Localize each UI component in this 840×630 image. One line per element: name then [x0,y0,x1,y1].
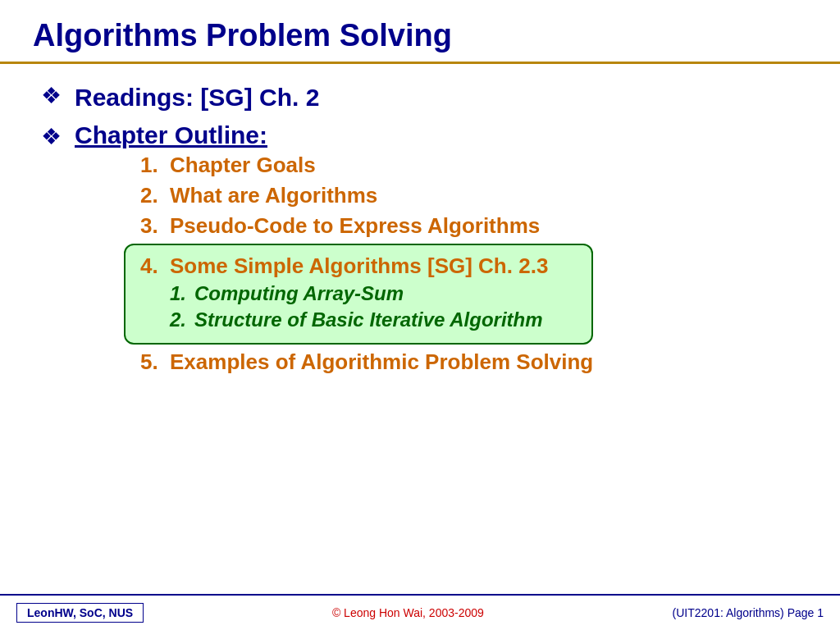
outline-num-1: 1. [140,153,170,178]
footer-right: (UIT2201: Algorithms) Page 1 [673,606,824,619]
header: Algorithms Problem Solving [0,0,840,64]
page-title: Algorithms Problem Solving [33,18,807,53]
outline-item-4: 4. Some Simple Algorithms [SG] Ch. 2.3 [140,253,577,279]
content-area: ❖ Readings: [SG] Ch. 2 ❖ Chapter Outline… [0,64,840,398]
outline-section: Chapter Outline: 1. Chapter Goals 2. Wha… [75,121,593,380]
sub-text-1: Computing Array-Sum [194,282,404,305]
sub-num-1: 1. [170,282,194,305]
sub-num-2: 2. [170,308,194,331]
outline-text-4: Some Simple Algorithms [SG] Ch. 2.3 [170,253,548,279]
outline-text-2: What are Algorithms [170,183,377,208]
outline-item-1: 1. Chapter Goals [140,153,593,178]
diamond-icon-1: ❖ [41,82,62,109]
sub-item-2: 2. Structure of Basic Iterative Algorith… [170,308,577,331]
slide: Algorithms Problem Solving ❖ Readings: [… [0,0,840,630]
outline-label: Chapter Outline: [75,118,267,148]
sub-item-1: 1. Computing Array-Sum [170,282,577,305]
outline-text-5: Examples of Algorithmic Problem Solving [170,349,593,375]
outline-text-1: Chapter Goals [170,153,316,178]
outline-list: 1. Chapter Goals 2. What are Algorithms … [140,153,593,239]
outline-num-2: 2. [140,183,170,208]
outline-num-4: 4. [140,253,170,279]
footer-center: © Leong Hon Wai, 2003-2009 [332,606,484,619]
footer-left: LeonHW, SoC, NUS [16,603,144,623]
footer: LeonHW, SoC, NUS © Leong Hon Wai, 2003-2… [0,594,840,630]
outline-bullet: ❖ Chapter Outline: 1. Chapter Goals 2. W… [41,121,799,380]
readings-text: Readings: [SG] Ch. 2 [75,80,319,112]
outline-item-2: 2. What are Algorithms [140,183,593,208]
readings-bullet: ❖ Readings: [SG] Ch. 2 [41,80,799,112]
outline-item-5: 5. Examples of Algorithmic Problem Solvi… [140,349,593,375]
sub-text-2: Structure of Basic Iterative Algorithm [194,308,543,331]
outline-num-5: 5. [140,349,170,375]
outline-text-3: Pseudo-Code to Express Algorithms [170,213,540,239]
outline-item-3: 3. Pseudo-Code to Express Algorithms [140,213,593,239]
highlight-box: 4. Some Simple Algorithms [SG] Ch. 2.3 1… [124,244,593,345]
sub-list: 1. Computing Array-Sum 2. Structure of B… [170,282,577,331]
diamond-icon-2: ❖ [41,123,62,150]
outline-num-3: 3. [140,213,170,239]
outline-list-5: 5. Examples of Algorithmic Problem Solvi… [140,349,593,375]
